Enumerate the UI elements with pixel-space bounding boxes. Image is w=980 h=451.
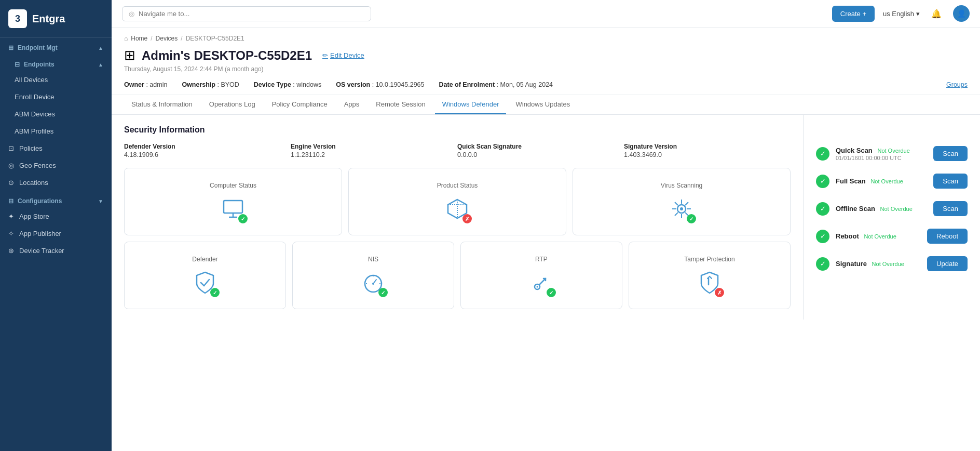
sidebar-item-abm-devices[interactable]: ABM Devices [0, 105, 112, 123]
scan-row-reboot: ✓ Reboot Not Overdue Reboot [816, 229, 968, 244]
reboot-info: Reboot Not Overdue [836, 232, 921, 240]
quick-scan-name: Quick Scan [836, 147, 873, 154]
create-button[interactable]: Create + [832, 6, 875, 22]
computer-status-dot: ✓ [238, 214, 248, 223]
reboot-button[interactable]: Reboot [927, 229, 968, 244]
quick-scan-check: ✓ [816, 147, 829, 161]
edit-device-link[interactable]: ✏ Edit Device [322, 51, 364, 59]
locations-icon: ⊙ [8, 179, 14, 187]
app-publisher-label: App Publisher [19, 230, 61, 237]
card-rtp: RTP ✓ [460, 242, 622, 309]
geo-fences-icon: ◎ [8, 162, 14, 169]
sidebar-group-endpoint-mgt[interactable]: ⊞ Endpoint Mgt ▲ [0, 38, 112, 55]
page-subtitle: Thursday, August 15, 2024 2:44 PM (a mon… [112, 63, 980, 78]
svg-line-14 [675, 213, 678, 216]
logo-icon: 3 [8, 9, 27, 28]
sidebar-item-policies[interactable]: ⊡ Policies [0, 140, 112, 157]
signature-update-button[interactable]: Update [927, 256, 968, 271]
card-product-status-icon-wrap: ✗ [445, 196, 470, 221]
tab-operations-log[interactable]: Operations Log [202, 95, 263, 114]
product-status-dot: ✗ [462, 214, 472, 223]
windows-logo-icon: ⊞ [124, 47, 135, 63]
tab-policy-compliance[interactable]: Policy Compliance [265, 95, 335, 114]
full-scan-name: Full Scan [836, 177, 866, 185]
card-computer-status: Computer Status ✓ [124, 168, 342, 235]
sidebar-item-locations[interactable]: ⊙ Locations [0, 174, 112, 191]
sidebar-group-configurations[interactable]: ⊟ Configurations ▼ [0, 191, 112, 208]
lang-chevron-icon: ▾ [916, 10, 920, 18]
tab-status-information[interactable]: Status & Information [124, 95, 200, 114]
virus-scanning-dot: ✓ [687, 214, 696, 223]
topbar: ◎ Create + us English ▾ 🔔 👤 [112, 0, 980, 28]
card-rtp-icon-wrap: ✓ [529, 270, 554, 295]
tab-windows-defender[interactable]: Windows Defender [435, 95, 507, 114]
tab-remote-session[interactable]: Remote Session [369, 95, 432, 114]
groups-link[interactable]: Groups [946, 81, 968, 88]
card-virus-scanning: Virus Scanning [573, 168, 791, 235]
engine-version-value: 1.1.23110.2 [291, 151, 457, 158]
app-store-icon: ✦ [8, 213, 14, 220]
signature-status: Not Overdue [872, 261, 904, 267]
quick-scan-info: Quick Scan Not Overdue 01/01/1601 00:00:… [836, 147, 927, 161]
meta-enrolment: Date of Enrolment : Mon, 05 Aug 2024 [439, 81, 553, 88]
engine-version-label: Engine Version [291, 143, 457, 150]
section-title: Security Information [124, 125, 791, 135]
meta-owner: Owner : admin [124, 81, 167, 88]
sidebar-item-app-publisher[interactable]: ✧ App Publisher [0, 225, 112, 242]
info-grid: Defender Version 4.18.1909.6 Engine Vers… [124, 143, 791, 158]
avatar[interactable]: 👤 [953, 5, 970, 22]
sidebar-item-device-tracker[interactable]: ⊛ Device Tracker [0, 242, 112, 259]
svg-line-13 [685, 202, 688, 205]
geo-fences-label: Geo Fences [19, 162, 56, 169]
tab-apps[interactable]: Apps [337, 95, 367, 114]
notification-icon[interactable]: 🔔 [928, 5, 945, 22]
quick-scan-button[interactable]: Scan [933, 146, 968, 161]
svg-line-22 [539, 278, 546, 285]
topbar-right: Create + us English ▾ 🔔 👤 [832, 5, 970, 22]
breadcrumb-home[interactable]: Home [131, 35, 147, 42]
tab-windows-updates[interactable]: Windows Updates [508, 95, 577, 114]
signature-value: 1.403.3469.0 [624, 151, 791, 158]
grid-icon: ⊞ [8, 44, 13, 51]
svg-point-15 [680, 207, 683, 210]
language-selector[interactable]: us English ▾ [883, 10, 920, 18]
sidebar: 3 Entgra ⊞ Endpoint Mgt ▲ ⊟ Endpoints ▲ … [0, 0, 112, 451]
page-header: ⊞ Admin's DESKTOP-C55D2E1 ✏ Edit Device [112, 42, 980, 63]
sidebar-item-geo-fences[interactable]: ◎ Geo Fences [0, 157, 112, 174]
avatar-icon: 👤 [957, 9, 966, 18]
card-nis-icon-wrap: ✓ [361, 270, 386, 295]
breadcrumb-devices[interactable]: Devices [156, 35, 178, 42]
tamper-dot: ✗ [715, 288, 724, 297]
card-nis-label: NIS [368, 256, 378, 263]
sidebar-item-all-devices[interactable]: All Devices [0, 71, 112, 88]
offline-scan-button[interactable]: Scan [933, 201, 968, 216]
card-defender: Defender ✓ [124, 242, 286, 309]
main-content: ◎ Create + us English ▾ 🔔 👤 ⌂ Home / Dev… [112, 0, 980, 451]
signature-name: Signature [836, 260, 867, 268]
card-tamper-protection: Tamper Protection ✗ [629, 242, 791, 309]
card-tamper-label: Tamper Protection [684, 256, 734, 263]
sidebar-item-app-store[interactable]: ✦ App Store [0, 208, 112, 225]
enroll-device-label: Enroll Device [15, 93, 55, 101]
device-tracker-label: Device Tracker [19, 247, 64, 255]
search-input[interactable] [139, 10, 364, 18]
svg-point-24 [537, 286, 538, 288]
search-icon: ◎ [129, 10, 134, 18]
app-store-label: App Store [19, 213, 49, 220]
card-virus-scanning-label: Virus Scanning [661, 182, 703, 189]
quick-scan-value: 0.0.0.0 [457, 151, 624, 158]
info-quick-scan: Quick Scan Signature 0.0.0.0 [457, 143, 624, 158]
defender-dot: ✓ [210, 288, 220, 297]
sidebar-item-abm-profiles[interactable]: ABM Profiles [0, 123, 112, 140]
sidebar-item-enroll-device[interactable]: Enroll Device [0, 88, 112, 105]
right-panel: ✓ Quick Scan Not Overdue 01/01/1601 00:0… [804, 115, 980, 320]
sidebar-section-endpoint: ⊞ Endpoint Mgt ▲ ⊟ Endpoints ▲ All Devic… [0, 38, 112, 259]
search-bar[interactable]: ◎ [122, 6, 371, 21]
card-rtp-label: RTP [535, 256, 548, 263]
sidebar-subgroup-endpoints[interactable]: ⊟ Endpoints ▲ [0, 55, 112, 71]
logo-text: Entgra [32, 13, 65, 25]
svg-rect-0 [224, 201, 242, 213]
offline-scan-info: Offline Scan Not Overdue [836, 205, 927, 213]
device-meta: Owner : admin Ownership : BYOD Device Ty… [112, 78, 980, 95]
full-scan-button[interactable]: Scan [933, 174, 968, 189]
